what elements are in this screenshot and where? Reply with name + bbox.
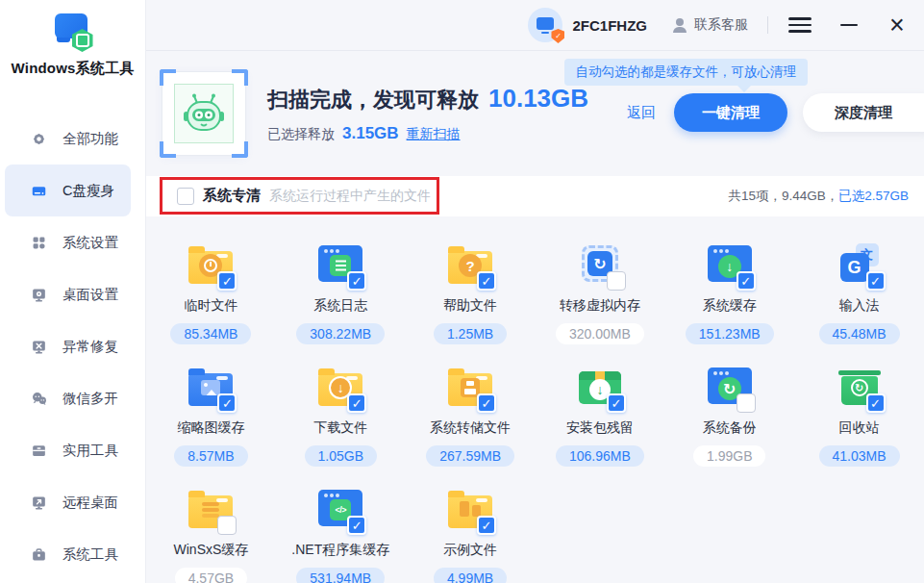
- window-refresh-icon: ✓: [704, 361, 756, 411]
- gear-icon: [30, 130, 48, 148]
- item-checkbox[interactable]: ✓: [477, 516, 496, 535]
- scan-result-header: 扫描完成，发现可释放 10.13GB 已选择释放 3.15GB 重新扫描 自动勾…: [146, 51, 924, 176]
- sidebar-item-label: C盘瘦身: [62, 182, 114, 200]
- annotation-highlight-box: 系统专清 系统运行过程中产生的文件: [160, 177, 439, 215]
- cleanup-item[interactable]: ✓ 系统日志 308.22MB: [276, 239, 406, 344]
- sidebar-item-label: 全部功能: [62, 130, 118, 148]
- item-checkbox[interactable]: ✓: [607, 271, 626, 291]
- category-name: 系统专清: [203, 187, 261, 205]
- cleanup-item-label: 帮助文件: [443, 297, 497, 315]
- cleanup-item[interactable]: ✓ WinSxS缓存 4.57GB: [146, 483, 276, 583]
- titlebar: 2FC1FHZG 联系客服 ×: [146, 0, 924, 51]
- cleanup-item[interactable]: ✓ 缩略图缓存 8.57MB: [146, 361, 276, 467]
- item-checkbox[interactable]: ✓: [737, 271, 756, 291]
- toolbox-icon: [30, 545, 48, 564]
- item-checkbox[interactable]: ✓: [477, 393, 496, 413]
- selected-release-label: 已选择释放: [267, 126, 335, 143]
- cleanup-item[interactable]: ✓ 系统备份 1.99GB: [664, 361, 794, 467]
- cleanup-item[interactable]: ✓ 输入法 45.48MB: [794, 239, 924, 344]
- cleanup-item[interactable]: ✓ 回收站 41.03MB: [794, 361, 924, 467]
- folder-clock-icon: ✓: [185, 239, 237, 289]
- cleanup-item-label: 转移虚拟内存: [560, 297, 640, 315]
- sidebar-item-label: 桌面设置: [62, 286, 118, 304]
- folder-download-icon: ✓: [314, 361, 366, 411]
- sidebar-item-disk[interactable]: C盘瘦身: [5, 165, 131, 216]
- item-checkbox[interactable]: ✓: [217, 271, 237, 291]
- sidebar-item-toolbox[interactable]: 系统工具: [5, 528, 131, 580]
- rescan-link[interactable]: 重新扫描: [407, 126, 461, 143]
- cleanup-item[interactable]: ✓ 转移虚拟内存 320.00MB: [535, 239, 664, 344]
- sidebar-item-label: 系统工具: [62, 545, 118, 564]
- account-avatar[interactable]: [528, 8, 562, 42]
- summary-selected: 已选2.57GB: [838, 189, 909, 203]
- item-checkbox[interactable]: ✓: [217, 516, 237, 535]
- cleanup-item-label: 下载文件: [313, 419, 367, 437]
- item-checkbox[interactable]: ✓: [737, 393, 756, 413]
- recycle-bin-icon: ✓: [834, 361, 886, 411]
- item-checkbox[interactable]: ✓: [866, 393, 886, 413]
- cleanup-item-size: 1.25MB: [434, 323, 507, 344]
- titlebar-divider: [767, 16, 768, 34]
- sidebar-item-label: 系统设置: [62, 234, 118, 252]
- cleanup-item-size: 1.99GB: [693, 445, 765, 467]
- cleanup-item-label: 系统日志: [313, 297, 367, 315]
- cleanup-item-size: 4.57GB: [175, 568, 247, 583]
- translate-icon: ✓: [834, 239, 886, 289]
- monitor-gear-icon: [30, 286, 48, 304]
- item-checkbox[interactable]: ✓: [866, 271, 886, 291]
- sidebar-nav: 全部功能 C盘瘦身 系统设置 桌面设置 异常修复 微信多开 实用工具 远程桌面 …: [0, 113, 145, 580]
- cleanup-item-size: 267.59MB: [426, 445, 514, 467]
- menu-button[interactable]: [787, 16, 812, 34]
- remote-desktop-icon: [30, 494, 48, 512]
- item-checkbox[interactable]: ✓: [477, 271, 496, 291]
- window-code-icon: ✓: [314, 483, 366, 533]
- folder-dump-icon: ✓: [444, 361, 496, 411]
- cleanup-item[interactable]: ✓ 帮助文件 1.25MB: [406, 239, 536, 344]
- minimize-button[interactable]: [837, 13, 861, 37]
- sidebar-item-gear[interactable]: 全部功能: [5, 113, 131, 165]
- item-checkbox[interactable]: ✓: [347, 271, 366, 291]
- system-clean-checkbox[interactable]: [177, 188, 194, 205]
- item-checkbox[interactable]: ✓: [347, 393, 366, 413]
- folder-question-icon: ✓: [444, 239, 496, 289]
- cleanup-item[interactable]: ✓ .NET程序集缓存 531.94MB: [276, 483, 406, 583]
- sidebar-item-utility-box[interactable]: 实用工具: [5, 424, 131, 476]
- cleanup-item[interactable]: ✓ 系统转储文件 267.59MB: [406, 361, 536, 467]
- cleanup-item[interactable]: ✓ 下载文件 1.05GB: [276, 361, 406, 467]
- cleanup-grid: ✓ 临时文件 85.34MB ✓ 系统日志 308.22MB ✓ 帮助文件 1.…: [146, 216, 924, 583]
- item-checkbox[interactable]: ✓: [217, 393, 237, 413]
- cleanup-item-size: 41.03MB: [819, 445, 900, 467]
- sidebar: Windows系统工具 全部功能 C盘瘦身 系统设置 桌面设置 异常修复 微信多…: [0, 0, 146, 583]
- item-checkbox[interactable]: ✓: [607, 393, 626, 413]
- cleanup-item[interactable]: ✓ 示例文件 4.99MB: [406, 483, 536, 583]
- contact-support-button[interactable]: 联系客服: [672, 16, 748, 34]
- back-button[interactable]: 返回: [627, 104, 656, 122]
- sidebar-item-grid[interactable]: 系统设置: [5, 216, 131, 268]
- sidebar-item-label: 微信多开: [62, 390, 118, 408]
- cleanup-item-size: 308.22MB: [296, 323, 385, 344]
- deep-clean-button[interactable]: 深度清理: [803, 93, 924, 132]
- disk-icon: [30, 182, 48, 200]
- close-button[interactable]: ×: [886, 13, 909, 37]
- cleanup-item-size: 4.99MB: [434, 568, 507, 583]
- wechat-icon: [30, 390, 48, 408]
- main-panel: 2FC1FHZG 联系客服 ×: [146, 0, 924, 583]
- cleanup-item-label: 输入法: [839, 297, 880, 315]
- cleanup-item[interactable]: ✓ 系统缓存 151.23MB: [664, 239, 794, 344]
- sidebar-item-wechat[interactable]: 微信多开: [5, 372, 131, 424]
- cleanup-item[interactable]: ✓ 安装包残留 106.96MB: [535, 361, 664, 467]
- sidebar-item-monitor-gear[interactable]: 桌面设置: [5, 268, 131, 320]
- cleanup-item[interactable]: ✓ 临时文件 85.34MB: [146, 239, 276, 344]
- total-releasable-size: 10.13GB: [488, 84, 588, 114]
- one-click-clean-button[interactable]: 一键清理: [674, 93, 787, 132]
- monitor-repair-icon: [30, 338, 48, 356]
- cleanup-item-size: 8.57MB: [174, 445, 247, 467]
- cleanup-item-size: 531.94MB: [296, 568, 385, 583]
- person-icon: [672, 18, 687, 33]
- selected-release-size: 3.15GB: [342, 124, 399, 143]
- sidebar-item-monitor-repair[interactable]: 异常修复: [5, 320, 131, 372]
- category-description: 系统运行过程中产生的文件: [269, 188, 431, 205]
- cleanup-item-size: 320.00MB: [556, 323, 644, 344]
- sidebar-item-remote-desktop[interactable]: 远程桌面: [5, 476, 131, 528]
- item-checkbox[interactable]: ✓: [347, 516, 366, 535]
